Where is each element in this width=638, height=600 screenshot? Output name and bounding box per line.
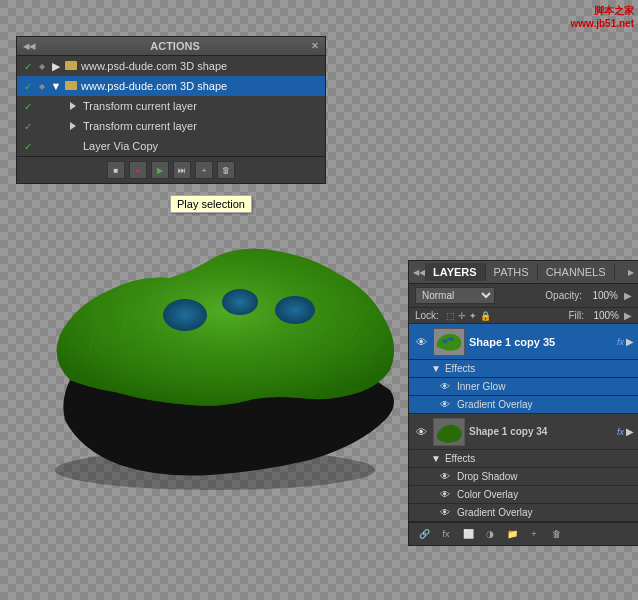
delete-button[interactable]: 🗑 xyxy=(217,161,235,179)
actions-panel: ◀◀ ACTIONS ✕ ✓ ◆ ▶ www.psd-dude.com 3D s… xyxy=(16,36,326,184)
link-layers-button[interactable]: 🔗 xyxy=(415,526,433,542)
check-1: ✓ xyxy=(21,61,35,72)
svg-point-6 xyxy=(448,337,454,341)
check-4: ✓ xyxy=(21,121,35,132)
diamond-2: ◆ xyxy=(35,82,49,91)
check-3: ✓ xyxy=(21,101,35,112)
action-row-5[interactable]: ✓ Layer Via Copy xyxy=(17,136,325,156)
scroll-right-arrow[interactable]: ▶ xyxy=(628,268,634,277)
folder-icon-1 xyxy=(63,60,79,72)
effect-label-drop-shadow: Drop Shadow xyxy=(457,471,518,482)
effect-eye-gradient-34[interactable]: 👁 xyxy=(437,507,453,518)
effects-label-35: Effects xyxy=(445,363,475,374)
layer-item-shape-copy-34[interactable]: 👁 Shape 1 copy 34 fx ▶ xyxy=(409,414,638,450)
effect-label-gradient-34: Gradient Overlay xyxy=(457,507,533,518)
effect-eye-inner-glow[interactable]: 👁 xyxy=(437,381,453,392)
new-layer-button[interactable]: + xyxy=(525,526,543,542)
add-style-button[interactable]: fx xyxy=(437,526,455,542)
tab-paths[interactable]: PATHS xyxy=(486,263,538,281)
effect-drop-shadow[interactable]: 👁 Drop Shadow xyxy=(409,468,638,486)
effect-label-color-overlay: Color Overlay xyxy=(457,489,518,500)
blend-mode-select[interactable]: Normal xyxy=(415,287,495,304)
layer-thumb-35 xyxy=(433,328,465,356)
add-mask-button[interactable]: ⬜ xyxy=(459,526,477,542)
layer-eye-34[interactable]: 👁 xyxy=(413,426,429,438)
layer-thumb-34 xyxy=(433,418,465,446)
actions-toolbar: ■ ● ▶ ⏭ + 🗑 xyxy=(17,156,325,183)
layers-panel: ◀◀ LAYERS PATHS CHANNELS ▶ Normal Opacit… xyxy=(408,260,638,546)
layer-scroll-arrow-34[interactable]: ▶ xyxy=(626,426,634,437)
expand-2[interactable]: ▼ xyxy=(49,80,63,92)
layer-item-shape-copy-35[interactable]: 👁 Shape 1 copy 35 fx ▶ xyxy=(409,324,638,360)
group-layers-button[interactable]: 📁 xyxy=(503,526,521,542)
layer-name-35: Shape 1 copy 35 xyxy=(469,336,613,348)
svg-point-3 xyxy=(275,296,315,324)
action-label-5: Layer Via Copy xyxy=(81,140,321,152)
lock-position-icon[interactable]: ✦ xyxy=(469,311,477,321)
layers-panel-titlebar: ◀◀ LAYERS PATHS CHANNELS ▶ xyxy=(409,261,638,284)
layers-tabs: LAYERS PATHS CHANNELS xyxy=(425,263,628,281)
effect-gradient-overlay-35[interactable]: 👁 Gradient Overlay xyxy=(409,396,638,414)
panel-controls: ✕ xyxy=(311,41,319,51)
effect-gradient-overlay-34[interactable]: 👁 Gradient Overlay xyxy=(409,504,638,522)
opacity-arrow[interactable]: ▶ xyxy=(624,290,632,301)
grass-shape-image xyxy=(40,220,400,480)
layer-scroll-arrow-35[interactable]: ▶ xyxy=(626,336,634,347)
folder-icon-2 xyxy=(63,80,79,92)
effect-label-gradient-35: Gradient Overlay xyxy=(457,399,533,410)
action-label-1: www.psd-dude.com 3D shape xyxy=(79,60,321,72)
svg-point-1 xyxy=(163,299,207,331)
new-action-button[interactable]: + xyxy=(195,161,213,179)
panel-expand-arrow[interactable]: ◀◀ xyxy=(23,42,35,51)
action-row-4[interactable]: ✓ Transform current layer xyxy=(17,116,325,136)
delete-layer-button[interactable]: 🗑 xyxy=(547,526,565,542)
action-label-4: Transform current layer xyxy=(81,120,321,132)
effects-header-34[interactable]: ▼ Effects xyxy=(409,450,638,468)
effect-eye-gradient-35[interactable]: 👁 xyxy=(437,399,453,410)
action-row-3[interactable]: ✓ Transform current layer xyxy=(17,96,325,116)
action-label-3: Transform current layer xyxy=(81,100,321,112)
action-label-2: www.psd-dude.com 3D shape xyxy=(79,80,321,92)
record-button[interactable]: ● xyxy=(129,161,147,179)
fill-arrow[interactable]: ▶ xyxy=(624,310,632,321)
watermark: 脚本之家 www.jb51.net xyxy=(570,4,634,30)
effect-inner-glow[interactable]: 👁 Inner Glow xyxy=(409,378,638,396)
play-selection-tooltip: Play selection xyxy=(170,195,252,213)
forward-button[interactable]: ⏭ xyxy=(173,161,191,179)
check-2: ✓ xyxy=(21,81,35,92)
effect-color-overlay[interactable]: 👁 Color Overlay xyxy=(409,486,638,504)
check-5: ✓ xyxy=(21,141,35,152)
layer-name-34: Shape 1 copy 34 xyxy=(469,426,613,437)
svg-point-5 xyxy=(442,339,448,343)
action-row-1[interactable]: ✓ ◆ ▶ www.psd-dude.com 3D shape xyxy=(17,56,325,76)
stop-button[interactable]: ■ xyxy=(107,161,125,179)
lock-move-icon[interactable]: ✛ xyxy=(458,311,466,321)
blend-mode-row: Normal Opacity: 100% ▶ xyxy=(409,284,638,308)
layer-fx-34: fx xyxy=(617,427,624,437)
tab-channels[interactable]: CHANNELS xyxy=(538,263,615,281)
effects-header-35[interactable]: ▼ Effects xyxy=(409,360,638,378)
triangle-icon-4 xyxy=(65,120,81,132)
actions-panel-titlebar: ◀◀ ACTIONS ✕ xyxy=(17,37,325,56)
lock-row: Lock: ⬚ ✛ ✦ 🔒 Fill: 100% ▶ xyxy=(409,308,638,324)
opacity-value: 100% xyxy=(586,290,618,301)
expand-1[interactable]: ▶ xyxy=(49,60,63,73)
layer-eye-35[interactable]: 👁 xyxy=(413,336,429,348)
effect-eye-drop-shadow[interactable]: 👁 xyxy=(437,471,453,482)
scroll-left-arrow[interactable]: ◀◀ xyxy=(413,268,425,277)
triangle-icon-3 xyxy=(65,100,81,112)
lock-transparent-icon[interactable]: ⬚ xyxy=(446,311,455,321)
effect-label-inner-glow: Inner Glow xyxy=(457,381,505,392)
opacity-label: Opacity: xyxy=(545,290,582,301)
fill-value: 100% xyxy=(587,310,619,321)
effect-eye-color-overlay[interactable]: 👁 xyxy=(437,489,453,500)
effects-expand-34[interactable]: ▼ xyxy=(431,453,441,464)
actions-panel-title: ACTIONS xyxy=(39,40,311,52)
lock-all-icon[interactable]: 🔒 xyxy=(480,311,491,321)
adjustment-layer-button[interactable]: ◑ xyxy=(481,526,499,542)
play-button[interactable]: ▶ xyxy=(151,161,169,179)
effects-expand-35[interactable]: ▼ xyxy=(431,363,441,374)
panel-close-btn[interactable]: ✕ xyxy=(311,41,319,51)
action-row-2[interactable]: ✓ ◆ ▼ www.psd-dude.com 3D shape xyxy=(17,76,325,96)
tab-layers[interactable]: LAYERS xyxy=(425,263,486,281)
